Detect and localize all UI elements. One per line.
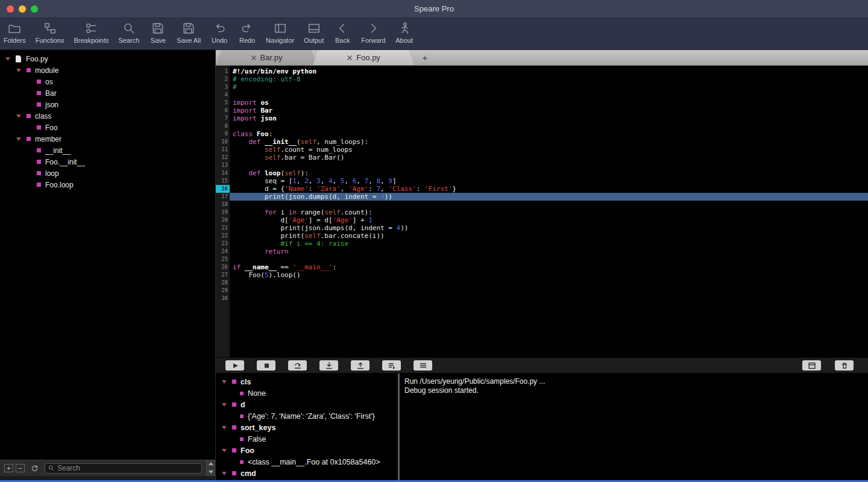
- line-number[interactable]: 18: [216, 201, 230, 208]
- code-line[interactable]: def loop(self):: [230, 169, 868, 177]
- toolbar-forward-button[interactable]: Forward: [361, 20, 385, 44]
- line-number[interactable]: 22: [216, 232, 230, 240]
- toolbar-about-button[interactable]: About: [395, 20, 414, 44]
- tab-close-icon[interactable]: [251, 55, 257, 61]
- stop-button[interactable]: [257, 360, 275, 371]
- code-line[interactable]: self.bar = Bar.Bar(): [230, 154, 868, 161]
- toolbar-breakpoints-button[interactable]: Breakpoints: [74, 20, 108, 44]
- disclosure-triangle-icon[interactable]: [222, 426, 227, 430]
- code-line[interactable]: print(json.dumps(d, indent = 4)): [230, 193, 868, 201]
- variable-value-row[interactable]: {'Age': 7, 'Name': 'Zara', 'Class': 'Fir…: [216, 410, 398, 422]
- remove-button[interactable]: −: [16, 464, 25, 472]
- stack-button[interactable]: [414, 360, 432, 371]
- tab-bar-py[interactable]: Bar.py: [216, 50, 317, 65]
- zoom-window-button[interactable]: [31, 5, 38, 13]
- line-number[interactable]: 7: [216, 114, 230, 122]
- toolbar-back-button[interactable]: Back: [333, 20, 351, 44]
- disclosure-triangle-icon[interactable]: [16, 137, 21, 141]
- code-line[interactable]: class Foo:: [230, 130, 868, 138]
- tree-item-foo-init-[interactable]: Foo.__init__: [0, 156, 215, 167]
- code-line[interactable]: d['Age'] = d['Age'] + 1: [230, 216, 868, 224]
- tree-item--init-[interactable]: __init__: [0, 145, 215, 156]
- line-number[interactable]: 24: [216, 248, 230, 255]
- line-number[interactable]: 28: [216, 279, 230, 287]
- code-line[interactable]: Foo(5).loop(): [230, 271, 868, 279]
- line-number[interactable]: 27: [216, 271, 230, 279]
- code-line[interactable]: import os: [230, 99, 868, 107]
- refresh-button[interactable]: [29, 463, 40, 473]
- code-line[interactable]: [230, 295, 868, 302]
- toolbar-save-all-button[interactable]: Save All: [177, 20, 201, 44]
- line-number[interactable]: 13: [216, 161, 230, 169]
- code-line[interactable]: import Bar: [230, 107, 868, 114]
- line-number[interactable]: 11: [216, 146, 230, 154]
- new-tab-button[interactable]: +: [414, 50, 436, 65]
- line-number[interactable]: 8: [216, 122, 230, 130]
- line-number[interactable]: 26: [216, 263, 230, 271]
- code-line[interactable]: [230, 255, 868, 263]
- run-button[interactable]: [225, 360, 244, 371]
- line-number[interactable]: 10: [216, 138, 230, 146]
- close-window-button[interactable]: [7, 5, 14, 13]
- code-line[interactable]: [230, 201, 868, 208]
- tree-item-os[interactable]: os: [0, 76, 215, 87]
- tree-item-json[interactable]: json: [0, 99, 215, 110]
- code-line[interactable]: seq = [1, 2, 3, 4, 5, 6, 7, 8, 9]: [230, 177, 868, 185]
- panel-button[interactable]: [802, 360, 821, 371]
- line-number[interactable]: 16: [216, 185, 230, 193]
- tab-foo-py[interactable]: Foo.py: [313, 50, 414, 65]
- disclosure-triangle-icon[interactable]: [16, 69, 21, 72]
- clear-button[interactable]: [835, 360, 854, 371]
- variable-value-row[interactable]: <class __main__.Foo at 0x1058a5460>: [216, 456, 398, 468]
- disclosure-triangle-icon[interactable]: [16, 114, 21, 118]
- step-into-button[interactable]: [319, 360, 338, 371]
- code-line[interactable]: #: [230, 83, 868, 91]
- tree-item-class[interactable]: class: [0, 110, 215, 122]
- code-area[interactable]: #!/usr/bin/env python# encoding: utf-8#i…: [230, 66, 868, 357]
- line-number[interactable]: 12: [216, 154, 230, 161]
- code-line[interactable]: [230, 287, 868, 295]
- line-number[interactable]: 4: [216, 91, 230, 99]
- toolbar-navigator-button[interactable]: Navigator: [266, 20, 294, 44]
- tab-close-icon[interactable]: [347, 55, 353, 61]
- line-number[interactable]: 5: [216, 99, 230, 107]
- search-input[interactable]: [57, 464, 198, 472]
- code-line[interactable]: return: [230, 248, 868, 255]
- tree-item-foo-loop[interactable]: Foo.loop: [0, 179, 215, 190]
- line-number[interactable]: 14: [216, 169, 230, 177]
- minimize-window-button[interactable]: [19, 5, 26, 13]
- toolbar-search-button[interactable]: Search: [118, 20, 139, 44]
- disclosure-triangle-icon[interactable]: [5, 57, 10, 61]
- code-line[interactable]: # encoding: utf-8: [230, 75, 868, 83]
- toolbar-functions-button[interactable]: Functions: [36, 20, 64, 44]
- code-line[interactable]: print(self.bar.concate(i)): [230, 232, 868, 240]
- tree-item-member[interactable]: member: [0, 133, 215, 145]
- code-line[interactable]: def __init__(self, num_loops):: [230, 138, 868, 146]
- code-line[interactable]: import json: [230, 114, 868, 122]
- line-number[interactable]: 6: [216, 107, 230, 114]
- disclosure-triangle-icon[interactable]: [222, 403, 227, 407]
- line-number[interactable]: 1: [216, 67, 230, 75]
- code-line[interactable]: [230, 122, 868, 130]
- line-number[interactable]: 2: [216, 75, 230, 83]
- tree-item-bar[interactable]: Bar: [0, 87, 215, 99]
- variable-row-foo[interactable]: Foo: [216, 445, 398, 456]
- code-line[interactable]: d = {'Name': 'Zara', 'Age': 7, 'Class': …: [230, 185, 868, 193]
- line-number[interactable]: 30: [216, 295, 230, 302]
- toolbar-redo-button[interactable]: Redo: [238, 20, 256, 44]
- line-number[interactable]: 23: [216, 240, 230, 248]
- toolbar-folders-button[interactable]: Folders: [4, 20, 26, 44]
- line-number[interactable]: 3: [216, 83, 230, 91]
- variable-value-row[interactable]: False: [216, 433, 398, 445]
- code-line[interactable]: [230, 279, 868, 287]
- line-number[interactable]: 17: [216, 193, 230, 201]
- code-line[interactable]: print(json.dumps(d, indent = 4)): [230, 224, 868, 232]
- toolbar-undo-button[interactable]: Undo: [210, 20, 228, 44]
- scroll-up-button[interactable]: [207, 460, 215, 469]
- step-out-button[interactable]: [351, 360, 370, 371]
- step-over-button[interactable]: [288, 360, 307, 371]
- variable-value-row[interactable]: None: [216, 387, 398, 399]
- add-button[interactable]: +: [4, 464, 13, 472]
- search-field[interactable]: [45, 463, 202, 474]
- variable-row-sort_keys[interactable]: sort_keys: [216, 422, 398, 433]
